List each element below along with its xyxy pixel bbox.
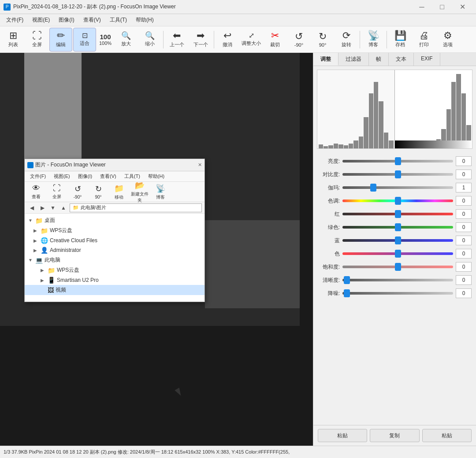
toolbar-print[interactable]: 🖨 打印 (413, 28, 435, 52)
slider-blue-thumb[interactable] (395, 236, 401, 244)
slider-denoise-thumb[interactable] (344, 289, 350, 297)
fb-menu-view[interactable]: 视图(E) (50, 172, 74, 181)
tree-item-wps2[interactable]: ▶ 📁 WPS云盘 (25, 265, 205, 275)
menu-view[interactable]: 视图(E) (28, 15, 54, 26)
fb-btn-fullscreen[interactable]: ⛶ 全屏 (47, 183, 67, 201)
slider-denoise-value[interactable]: 0 (456, 288, 472, 298)
slider-hue-thumb[interactable] (395, 197, 401, 205)
fb-menu-help[interactable]: 帮助(H) (145, 172, 168, 181)
tree-item-administrator[interactable]: ▶ 👤 Administrator (25, 245, 205, 255)
fb-btn-blog[interactable]: 📡 博客 (151, 183, 170, 201)
fb-btn-move[interactable]: 📁 移动 (109, 183, 129, 201)
fb-btn-view[interactable]: 👁 查看 (26, 183, 46, 201)
toolbar-next[interactable]: ➡ 下一个 (189, 28, 212, 52)
tab-filter[interactable]: 过滤器 (338, 53, 369, 66)
tree-item-mypc[interactable]: ▼ 💻 此电脑 (25, 255, 205, 265)
tab-frame[interactable]: 帧 (369, 53, 389, 66)
fb-menu-image[interactable]: 图像(I) (74, 172, 96, 181)
menu-look[interactable]: 查看(V) (79, 15, 105, 26)
fb-fullscreen-icon: ⛶ (53, 184, 61, 193)
tab-exif[interactable]: EXIF (414, 53, 440, 66)
slider-hue-track[interactable] (342, 199, 453, 202)
paste-right-btn[interactable]: 粘贴 (422, 429, 472, 442)
slider-saturation-thumb[interactable] (395, 263, 401, 271)
slider-contrast-thumb[interactable] (395, 170, 401, 178)
toolbar-fit[interactable]: ⊡ 适合 (73, 28, 96, 52)
slider-sharpness-value[interactable]: 0 (456, 275, 472, 285)
slider-red-thumb[interactable] (395, 210, 401, 218)
fb-btn-rot-left[interactable]: ↺ -90° (68, 183, 87, 201)
slider-red-track[interactable] (342, 213, 453, 215)
fb-path-bar[interactable]: 📁 此电脑\图片 (70, 203, 202, 212)
toolbar-save[interactable]: 💾 存档 (389, 28, 412, 52)
fb-menu-tools[interactable]: 工具(T) (121, 172, 144, 181)
tree-item-desktop[interactable]: ▼ 📁 桌面 (25, 215, 205, 225)
fb-btn-new-folder[interactable]: 📂 新建文件夹 (130, 183, 149, 201)
window-controls: ─ □ ✕ (412, 0, 472, 14)
toolbar-rotate[interactable]: ⟳ 旋转 (335, 28, 358, 52)
slider-green-value[interactable]: 0 (456, 222, 472, 232)
slider-brightness-value[interactable]: 0 (456, 156, 472, 166)
fb-menu-file[interactable]: 文件(F) (26, 172, 49, 181)
slider-denoise-track[interactable] (342, 292, 453, 295)
slider-hue-value[interactable]: 0 (456, 196, 472, 206)
slider-blue-track[interactable] (342, 239, 453, 242)
slider-saturation-track[interactable] (342, 266, 453, 268)
restore-button[interactable]: □ (432, 0, 452, 14)
menu-tools[interactable]: 工具(T) (105, 15, 131, 26)
slider-green-track[interactable] (342, 226, 453, 229)
tab-adjust[interactable]: 调整 (313, 53, 338, 66)
tree-item-smartisan[interactable]: ▶ 📱 Smartisan U2 Pro (25, 275, 205, 285)
minimize-button[interactable]: ─ (412, 0, 432, 14)
fb-close-btn[interactable]: ✕ (198, 162, 202, 168)
toolbar-zoom-out[interactable]: 🔍 缩小 (138, 28, 161, 52)
slider-blue-value[interactable]: 0 (456, 236, 472, 245)
fb-back-btn[interactable]: ◀ (27, 203, 36, 212)
toolbar-rot-right[interactable]: ↻ 90° (311, 28, 334, 52)
slider-color-track[interactable] (342, 252, 453, 255)
save-icon: 💾 (394, 31, 406, 41)
slider-brightness-thumb[interactable] (395, 157, 401, 165)
fb-dropdown-btn[interactable]: ▼ (48, 203, 57, 212)
next-icon: ➡ (197, 31, 205, 41)
close-button[interactable]: ✕ (452, 0, 472, 14)
slider-saturation-value[interactable]: 0 (456, 262, 472, 272)
slider-green-thumb[interactable] (395, 223, 401, 231)
slider-red-value[interactable]: 0 (456, 209, 472, 219)
toolbar-resize[interactable]: ⤢ 调整大小 (240, 28, 263, 52)
slider-color-thumb[interactable] (395, 250, 401, 258)
slider-contrast-track[interactable] (342, 173, 453, 176)
toolbar-rot-left[interactable]: ↺ -90° (287, 28, 310, 52)
tree-item-wps1[interactable]: ▶ 📁 WPS云盘 (25, 225, 205, 236)
fb-forward-btn[interactable]: ▶ (38, 203, 47, 212)
fb-up-btn[interactable]: ▲ (59, 203, 68, 212)
slider-gamma-track[interactable] (342, 186, 453, 189)
copy-btn[interactable]: 复制 (370, 429, 419, 442)
slider-color-value[interactable]: 0 (456, 249, 472, 259)
menu-image[interactable]: 图像(I) (54, 15, 78, 26)
slider-denoise: 降噪: 0 (318, 287, 472, 299)
toolbar-edit[interactable]: ✏ 编辑 (49, 28, 72, 52)
slider-gamma-value[interactable]: 1 (456, 183, 472, 192)
toolbar-zoom-in[interactable]: 🔍 放大 (115, 28, 138, 52)
tree-item-creative-cloud[interactable]: ▶ 🌐 Creative Cloud Files (25, 236, 205, 245)
paste-left-btn[interactable]: 粘贴 (318, 429, 367, 442)
menu-help[interactable]: 帮助(H) (131, 15, 158, 26)
slider-contrast-value[interactable]: 0 (456, 170, 472, 179)
menu-file[interactable]: 文件(F) (2, 15, 28, 26)
tree-item-video[interactable]: 🖼 视频 (25, 285, 205, 295)
toolbar-prev[interactable]: ⬅ 上一个 (165, 28, 188, 52)
fb-btn-rot-right[interactable]: ↻ 90° (89, 183, 108, 201)
toolbar-options[interactable]: ⚙ 选项 (436, 28, 459, 52)
toolbar-undo[interactable]: ↩ 撤消 (216, 28, 239, 52)
slider-brightness-track[interactable] (342, 160, 453, 163)
slider-sharpness-track[interactable] (342, 279, 453, 281)
fb-menu-look[interactable]: 查看(V) (97, 172, 120, 181)
toolbar-fullscreen[interactable]: ⛶ 全屏 (26, 28, 48, 52)
slider-gamma-thumb[interactable] (370, 184, 376, 192)
toolbar-blog[interactable]: 📡 博客 (362, 28, 385, 52)
toolbar-list[interactable]: ⊞ 列表 (2, 28, 25, 52)
slider-sharpness-thumb[interactable] (344, 276, 350, 284)
tab-text[interactable]: 文本 (389, 53, 414, 66)
toolbar-crop[interactable]: ✂ 裁切 (264, 28, 286, 52)
